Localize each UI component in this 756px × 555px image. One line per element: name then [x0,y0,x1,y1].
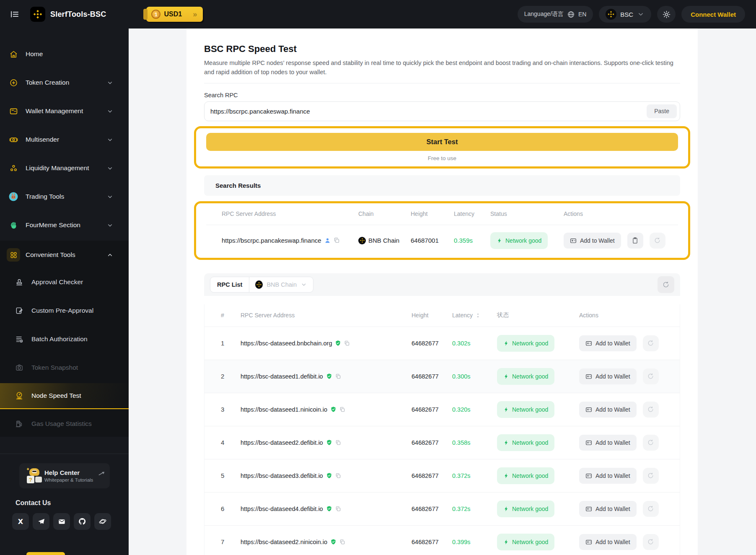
refresh-button[interactable] [643,501,659,517]
refresh-button[interactable] [643,468,659,484]
convenient-tools-group: Convenient Tools Approval Checker Custom… [0,241,129,437]
network-selector[interactable]: BSC [599,6,651,23]
github-button[interactable] [74,513,91,530]
sidebar-item-approval-checker[interactable]: Approval Checker [0,269,129,295]
sidebar-item-trading-tools[interactable]: Trading Tools [0,184,129,210]
latency-value: 0.399s [452,539,497,545]
copy-icon[interactable] [339,407,345,412]
wallet-add-icon [585,472,592,479]
chevron-down-icon [106,193,114,200]
wallet-add-icon [585,439,592,446]
col-index: # [205,312,241,319]
rpc-url: https://bsc-dataseed3.defibit.io [241,472,323,479]
sidebar-item-label: Batch Authorization [31,335,88,343]
copy-icon[interactable] [335,473,341,479]
paste-button[interactable]: Paste [647,104,677,118]
chevron-up-icon [106,252,114,259]
latency-value: 0.359s [454,237,490,244]
usd1-floating-badge-partial[interactable] [26,552,65,555]
copy-icon[interactable] [335,373,341,379]
sidebar-item-token-snapshot[interactable]: Token Snapshot [0,355,129,381]
wallet-add-icon [585,373,592,380]
search-result-highlight-annotation: RPC Server Address Chain Height Latency … [194,201,690,260]
refresh-button[interactable] [643,402,659,418]
sidebar-item-gas-usage-statistics[interactable]: Gas Usage Statistics [0,411,129,437]
search-rpc-input[interactable] [204,101,680,121]
help-center-title: Help Center [44,469,93,476]
x-twitter-button[interactable]: X [12,513,29,530]
email-button[interactable] [53,513,70,530]
bolt-icon [503,407,509,412]
github-icon [78,517,86,526]
add-to-wallet-button[interactable]: Add to Wallet [579,534,637,550]
refresh-button[interactable] [643,435,659,451]
refresh-button[interactable] [643,534,659,550]
sidebar-item-multisender[interactable]: Multisender [0,127,129,153]
sidebar-item-home[interactable]: Home [0,41,129,67]
usd1-badge[interactable]: 1 USD1 » [146,7,203,22]
add-to-wallet-button[interactable]: Add to Wallet [579,402,637,418]
chain-name: BNB Chain [368,237,399,244]
wallet-add-icon [585,340,592,347]
sidebar-item-label: Trading Tools [26,193,64,200]
sidebar-item-token-creation[interactable]: Token Creation [0,70,129,96]
block-height: 64682677 [412,472,452,479]
sidebar-item-wallet-management[interactable]: Wallet Management [0,98,129,124]
chevron-down-icon [106,136,114,143]
col-status: Status [490,210,564,217]
sidebar-item-fourmeme-section[interactable]: FourMeme Section [0,212,129,238]
add-to-wallet-button[interactable]: Add to Wallet [579,501,637,517]
sidebar-toggle-icon[interactable] [8,8,21,21]
rpc-list-tab[interactable]: RPC List [210,277,249,292]
add-to-wallet-button[interactable]: Add to Wallet [579,435,637,451]
refresh-button[interactable] [643,335,659,351]
rpc-list-toolbar: RPC List BNB Chain [204,273,680,296]
status-badge: Network good [497,335,554,352]
sidebar-item-liquidity-management[interactable]: Liquidity Management [0,155,129,181]
add-to-wallet-button[interactable]: Add to Wallet [564,233,621,249]
copy-icon[interactable] [344,340,350,346]
col-rpc-address: RPC Server Address [241,312,412,319]
sidebar-item-node-speed-test[interactable]: Node Speed Test [0,383,129,409]
wallet-icon [7,104,20,118]
app-window: SlerfTools-BSC 1 USD1 » Language/语言 EN B… [0,0,756,555]
sidebar-item-convenient-tools[interactable]: Convenient Tools [0,241,129,267]
table-row: 2 https://bsc-dataseed1.defibit.io 64682… [205,360,680,393]
add-to-wallet-button[interactable]: Add to Wallet [579,335,637,351]
chain-filter-dropdown[interactable]: BNB Chain [249,277,313,292]
divider [204,83,680,83]
bolt-icon [503,473,509,479]
free-to-use-note: Free to use [206,155,678,161]
chevron-down-icon [637,10,645,18]
refresh-button[interactable] [650,233,665,249]
copy-icon[interactable] [334,237,340,244]
refresh-list-button[interactable] [658,276,674,293]
copy-icon[interactable] [339,539,345,545]
copy-icon[interactable] [335,440,341,446]
add-to-wallet-button[interactable]: Add to Wallet [579,368,637,384]
sidebar-item-custom-pre-approval[interactable]: Custom Pre-Approval [0,298,129,324]
verified-shield-icon [326,373,332,379]
add-to-wallet-button[interactable]: Add to Wallet [579,468,637,484]
sidebar-item-label: Convenient Tools [26,251,75,259]
verified-shield-icon [326,439,332,446]
sidebar-item-label: Token Creation [26,79,69,86]
col-height: Height [412,312,452,319]
copy-icon[interactable] [335,506,341,512]
help-center-card[interactable]: ✦? Help Center Whitepaper & Tutorials [19,463,110,488]
sidebar-item-batch-authorization[interactable]: Batch Authorization [0,326,129,352]
connect-wallet-button[interactable]: Connect Wallet [681,6,745,23]
col-latency-sortable[interactable]: Latency [452,312,497,319]
refresh-button[interactable] [643,368,659,384]
settings-button[interactable] [657,6,676,23]
multisender-icon [7,133,20,146]
status-badge: Network good [497,434,554,451]
clipboard-button[interactable] [627,233,643,249]
telegram-button[interactable] [33,513,49,530]
language-selector[interactable]: Language/语言 EN [518,6,593,23]
start-test-button[interactable]: Start Test [206,133,678,151]
website-button[interactable] [94,513,111,530]
rpc-url: https://bscrpc.pancakeswap.finance [222,237,321,244]
chevron-down-icon [106,79,114,86]
sidebar-item-label: Custom Pre-Approval [31,307,93,314]
